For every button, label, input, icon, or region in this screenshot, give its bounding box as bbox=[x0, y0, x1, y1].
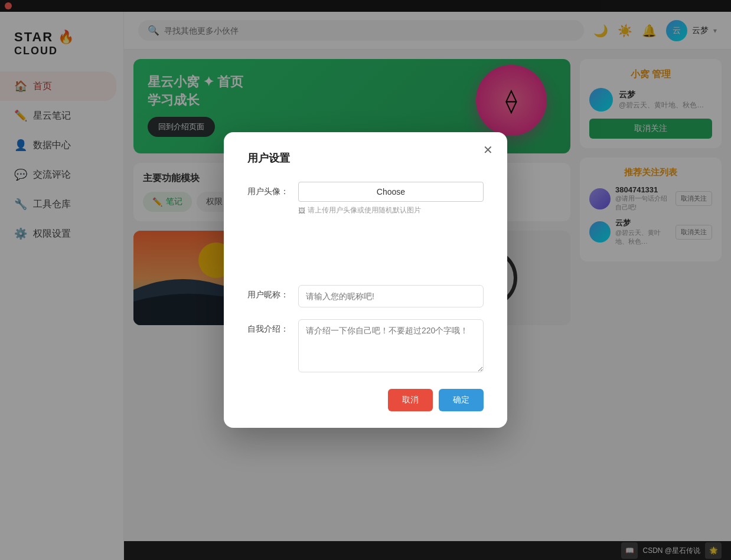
bio-form-row: 自我介绍： bbox=[247, 319, 484, 375]
avatar-preview bbox=[298, 220, 484, 273]
avatar-form-row: 用户头像： Choose 🖼 请上传用户头像或使用随机默认图片 bbox=[247, 182, 484, 273]
dialog-footer: 取消 确定 bbox=[247, 389, 484, 411]
choose-file-button[interactable]: Choose bbox=[298, 182, 484, 202]
dialog-close-button[interactable]: ✕ bbox=[483, 144, 493, 156]
modal-overlay: 用户设置 ✕ 用户头像： Choose 🖼 请上传用户头像或使用随机默认图片 用… bbox=[0, 0, 731, 560]
dialog-title: 用户设置 bbox=[247, 151, 484, 165]
confirm-button[interactable]: 确定 bbox=[439, 389, 484, 411]
cancel-button[interactable]: 取消 bbox=[388, 389, 433, 411]
image-icon: 🖼 bbox=[298, 207, 305, 215]
bio-controls bbox=[298, 319, 484, 375]
nickname-form-row: 用户昵称： bbox=[247, 285, 484, 307]
bio-label: 自我介绍： bbox=[247, 319, 289, 335]
avatar-hint-text: 请上传用户头像或使用随机默认图片 bbox=[308, 205, 421, 215]
avatar-controls: Choose 🖼 请上传用户头像或使用随机默认图片 bbox=[298, 182, 484, 273]
avatar-label: 用户头像： bbox=[247, 182, 289, 197]
nickname-label: 用户昵称： bbox=[247, 285, 289, 300]
user-settings-dialog: 用户设置 ✕ 用户头像： Choose 🖼 请上传用户头像或使用随机默认图片 用… bbox=[224, 132, 507, 428]
nickname-controls bbox=[298, 285, 484, 307]
nickname-input[interactable] bbox=[298, 285, 484, 307]
bio-textarea[interactable] bbox=[298, 319, 484, 372]
avatar-hint: 🖼 请上传用户头像或使用随机默认图片 bbox=[298, 205, 484, 215]
